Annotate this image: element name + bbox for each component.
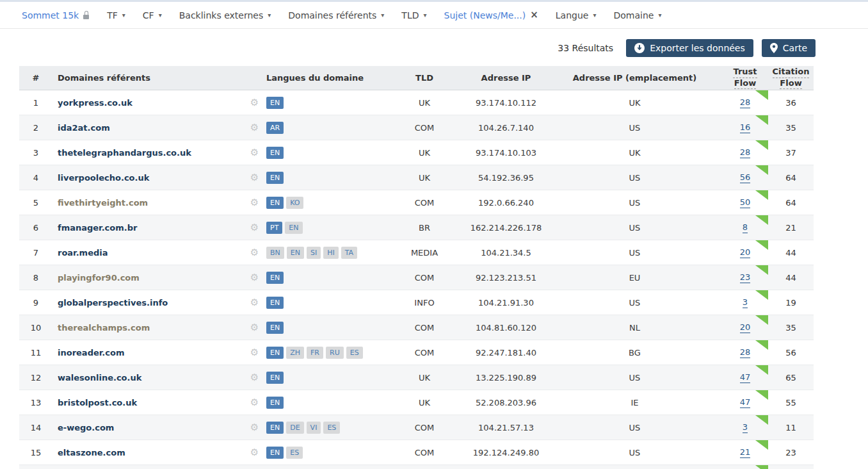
language-badge-en: EN	[266, 147, 284, 159]
filter-item-domaines-referents[interactable]: Domaines référents ▾	[288, 10, 384, 21]
language-badges: EN	[262, 97, 384, 109]
row-index: 1	[19, 98, 52, 108]
tld-cell: INFO	[414, 298, 434, 308]
trend-triangle-icon	[755, 190, 768, 200]
map-pin-icon	[770, 43, 778, 53]
filter-item-backlinks-externes[interactable]: Backlinks externes ▾	[179, 10, 271, 21]
gear-icon[interactable]: ⚙	[250, 197, 259, 208]
citation-flow-value: 35	[768, 123, 814, 133]
language-badges: EN	[262, 397, 384, 409]
gear-icon[interactable]: ⚙	[250, 397, 259, 408]
trust-flow-value[interactable]: 28	[740, 347, 751, 358]
filter-item-langue[interactable]: Langue ▾	[556, 10, 597, 21]
gear-icon[interactable]: ⚙	[250, 122, 259, 133]
domain-link[interactable]: eltaszone.com	[58, 448, 125, 457]
lock-icon	[83, 11, 90, 19]
citation-flow-value: 64	[768, 173, 814, 183]
domain-link[interactable]: thetelegraphandargus.co.uk	[58, 148, 191, 158]
gear-icon[interactable]: ⚙	[250, 297, 259, 308]
trust-flow-value[interactable]: 50	[740, 197, 751, 208]
gear-icon[interactable]: ⚙	[250, 322, 259, 333]
domain-link[interactable]: bristolpost.co.uk	[58, 398, 137, 407]
gear-icon[interactable]: ⚙	[250, 222, 259, 233]
header-citation-flow[interactable]: Citation Flow	[768, 67, 814, 89]
domain-link[interactable]: yorkpress.co.uk	[58, 98, 133, 108]
language-badge-vi: VI	[307, 422, 321, 434]
domain-link[interactable]: fmanager.com.br	[58, 223, 137, 233]
trust-flow-value[interactable]: 28	[740, 147, 751, 158]
trust-flow-value[interactable]: 47	[740, 397, 751, 408]
domain-link[interactable]: therealchamps.com	[58, 323, 150, 333]
language-badge-ar: AR	[266, 122, 284, 134]
gear-icon[interactable]: ⚙	[250, 172, 259, 183]
trend-triangle-icon	[755, 140, 768, 150]
trust-flow-value[interactable]: 56	[740, 172, 751, 183]
domain-link[interactable]: fivethirtyeight.com	[58, 198, 148, 208]
domain-link[interactable]: roar.media	[58, 248, 108, 258]
language-badge-en: EN	[266, 422, 284, 434]
row-index: 15	[19, 448, 52, 457]
chevron-down-icon: ▾	[381, 12, 384, 19]
gear-icon[interactable]: ⚙	[250, 372, 259, 383]
trust-flow-value[interactable]: 16	[740, 122, 751, 133]
trust-flow-value[interactable]: 23	[740, 272, 751, 283]
ip-location-cell: US	[629, 373, 641, 383]
domain-link[interactable]: globalperspectives.info	[58, 298, 168, 308]
ip-location-cell: UK	[629, 98, 640, 108]
language-badge-en: EN	[266, 397, 284, 409]
table-header-row: # Domaines référents Langues du domaine …	[19, 66, 814, 90]
header-ip-location: Adresse IP (emplacement)	[547, 73, 722, 83]
referring-domains-table: # Domaines référents Langues du domaine …	[19, 66, 814, 469]
trust-flow-value[interactable]: 8	[743, 222, 748, 233]
gear-icon[interactable]: ⚙	[250, 422, 259, 433]
gear-icon[interactable]: ⚙	[250, 447, 259, 458]
language-badge-en: EN	[266, 172, 284, 184]
gear-icon[interactable]: ⚙	[250, 147, 259, 158]
domain-link[interactable]: inoreader.com	[58, 348, 124, 358]
language-badge-de: DE	[286, 422, 303, 434]
filter-label: Sommet 15k	[22, 10, 79, 21]
gear-icon[interactable]: ⚙	[250, 247, 259, 258]
filter-label: TLD	[401, 10, 419, 21]
filter-item-sujet[interactable]: Sujet (News/Me...) ×	[444, 10, 538, 21]
ip-location-cell: US	[629, 448, 641, 457]
gear-icon[interactable]: ⚙	[250, 347, 259, 358]
trust-flow-value[interactable]: 28	[740, 97, 751, 108]
tld-cell: UK	[419, 373, 430, 383]
language-badge-pt: PT	[266, 222, 282, 234]
filter-item-tld[interactable]: TLD ▾	[401, 10, 426, 21]
chevron-down-icon: ▾	[423, 12, 426, 19]
header-domain: Domaines référents	[52, 73, 246, 83]
trust-flow-value[interactable]: 3	[743, 297, 748, 308]
filter-item-cf[interactable]: CF ▾	[143, 10, 162, 21]
map-button[interactable]: Carte	[762, 39, 816, 57]
ip-cell: 104.21.57.13	[478, 423, 534, 432]
trust-flow-value[interactable]: 47	[740, 372, 751, 383]
gear-icon[interactable]: ⚙	[250, 97, 259, 108]
citation-flow-value: 65	[768, 373, 814, 383]
domain-link[interactable]: playingfor90.com	[58, 273, 140, 283]
results-toolbar: 33 Résultats Exporter les données Carte	[0, 39, 816, 57]
row-index: 6	[19, 223, 52, 233]
export-data-button[interactable]: Exporter les données	[626, 39, 753, 57]
filter-item-domaine[interactable]: Domaine ▾	[613, 10, 661, 21]
domain-link[interactable]: e-wego.com	[58, 423, 114, 432]
header-trust-flow[interactable]: Trust Flow	[733, 67, 757, 89]
domain-link[interactable]: ida2at.com	[58, 123, 110, 133]
trust-flow-value[interactable]: 20	[740, 322, 751, 333]
language-badge-es: ES	[323, 422, 340, 434]
tld-cell: UK	[419, 148, 430, 158]
domain-link[interactable]: walesonline.co.uk	[58, 373, 141, 383]
trust-flow-value[interactable]: 21	[740, 447, 751, 458]
filter-item-tf[interactable]: TF ▾	[107, 10, 125, 21]
filter-item-sommet-15k[interactable]: Sommet 15k	[22, 10, 90, 21]
trend-triangle-icon	[755, 90, 768, 100]
language-badge-bn: BN	[266, 247, 284, 259]
language-badge-hi: HI	[323, 247, 339, 259]
gear-icon[interactable]: ⚙	[250, 272, 259, 283]
close-icon[interactable]: ×	[530, 10, 538, 20]
language-badge-en: EN	[266, 197, 284, 209]
trust-flow-value[interactable]: 20	[740, 247, 751, 258]
trust-flow-value[interactable]: 3	[743, 422, 748, 433]
domain-link[interactable]: liverpoolecho.co.uk	[58, 173, 149, 183]
